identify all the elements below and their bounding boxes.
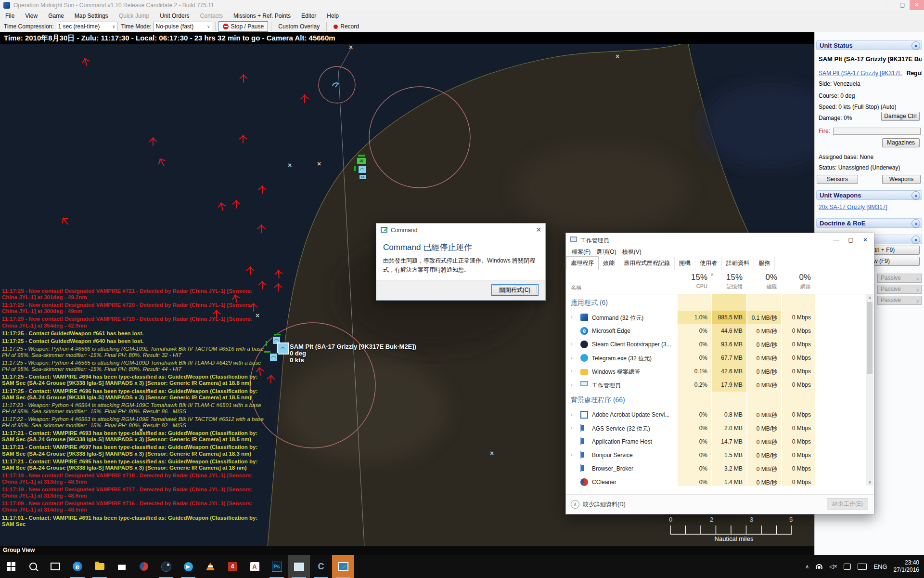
scroll-down-icon[interactable]: ∨: [866, 479, 873, 486]
dialog-titlebar[interactable]: Command ✕: [376, 223, 545, 237]
emitter-icon[interactable]: [357, 158, 366, 164]
menu-unit-orders[interactable]: Unit Orders: [154, 13, 194, 19]
weapons-button[interactable]: Weapons: [882, 175, 921, 184]
unit-weapons-panel-header[interactable]: Unit Weapons «: [816, 190, 922, 200]
minimize-button[interactable]: –: [881, 0, 895, 10]
wifi-icon[interactable]: [816, 564, 822, 569]
start-button[interactable]: [0, 555, 22, 578]
menu-game[interactable]: Game: [43, 13, 69, 19]
process-row[interactable]: › AGS Service (32 位元) 0% 2.0 MB 0 MB/秒 0…: [566, 421, 865, 435]
expand-chevron-icon[interactable]: ›: [571, 452, 573, 458]
menu-contacts[interactable]: Contacts: [195, 13, 228, 19]
magazines-button[interactable]: Magazines: [882, 138, 920, 147]
menu-map-settings[interactable]: Map Settings: [69, 13, 114, 19]
process-row[interactable]: › Telegram.exe (32 位元) 0% 67.7 MB 0 MB/秒…: [566, 351, 865, 365]
unit-link-text[interactable]: SAM Plt (SA-17 Grizzly [9K317E: [819, 70, 902, 77]
taskbar-file-explorer[interactable]: [89, 555, 111, 578]
process-row[interactable]: CCleaner 0% 1.4 MB 0 MB/秒 0 Mbps: [566, 475, 865, 486]
taskbar-acrobat[interactable]: A: [244, 555, 266, 578]
expand-chevron-icon[interactable]: ›: [571, 368, 573, 374]
column-cpu[interactable]: CPU: [677, 283, 707, 289]
column-name[interactable]: 名稱: [571, 284, 581, 291]
process-row[interactable]: › Adobe Acrobat Update Servi... 0% 0.8 M…: [566, 408, 865, 421]
keyboard-icon[interactable]: [858, 564, 867, 570]
emcon-dropdown[interactable]: Passive: [877, 285, 922, 294]
process-row[interactable]: › Windows 檔案總管 0.1% 42.6 MB 0 MB/秒 0 Mbp…: [566, 365, 865, 378]
weapon-link[interactable]: 20x SA-17 Grizzly [9M317]: [819, 204, 887, 210]
task-view-button[interactable]: [44, 555, 66, 578]
expand-chevron-icon[interactable]: ›: [571, 425, 573, 431]
taskbar-command-crashed[interactable]: [332, 555, 354, 578]
maximize-button[interactable]: ▢: [844, 235, 858, 245]
process-row[interactable]: Application Frame Host 0% 14.7 MB 0 MB/秒…: [566, 435, 865, 448]
close-icon[interactable]: ✕: [536, 226, 541, 234]
expand-chevron-icon[interactable]: ›: [571, 381, 573, 387]
unit-status-panel-header[interactable]: Unit Status «: [816, 40, 922, 50]
process-row[interactable]: › Steam Client Bootstrapper (3... 0% 93.…: [566, 338, 865, 351]
tab-startup[interactable]: 開機: [675, 257, 695, 270]
emcon-dropdown[interactable]: Passive: [877, 274, 922, 283]
tab-processes[interactable]: 處理程序: [566, 256, 599, 270]
taskmgr-menu-file[interactable]: 檔案(F): [572, 248, 590, 256]
tab-services[interactable]: 服務: [754, 257, 775, 270]
search-button[interactable]: [22, 555, 44, 578]
column-network[interactable]: 網路: [781, 283, 811, 290]
taskbar-command[interactable]: C: [310, 555, 332, 578]
process-row[interactable]: › 工作管理員 0.2% 17.9 MB 0 MB/秒 0 Mbps: [566, 378, 865, 392]
column-memory[interactable]: 記憶體: [711, 283, 743, 290]
scrollbar[interactable]: ∧ ∨: [866, 294, 873, 486]
expand-chevron-icon[interactable]: ›: [571, 341, 573, 347]
taskmgr-menu-options[interactable]: 選項(O): [596, 248, 616, 256]
process-group-header[interactable]: 應用程式 (6): [566, 294, 865, 311]
record-button[interactable]: Record: [330, 23, 363, 30]
end-task-button[interactable]: 結束工作(E): [827, 498, 868, 510]
tab-details[interactable]: 詳細資料: [722, 257, 754, 270]
damage-ctrl-button[interactable]: Damage Ctrl: [881, 112, 920, 121]
unit-link[interactable]: SAM Plt (SA-17 Grizzly [9K317E Regular: [819, 70, 922, 77]
sensors-button[interactable]: Sensors: [817, 175, 858, 184]
task-manager-window[interactable]: 工作管理員 — ▢ ✕ 檔案(F) 選項(O) 檢視(V) 處理程序 效能 應用…: [565, 233, 874, 514]
close-button[interactable]: ✕: [910, 0, 924, 10]
process-row[interactable]: Browser_Broker 0% 3.2 MB 0 MB/秒 0 Mbps: [566, 462, 865, 475]
scroll-up-icon[interactable]: ∧: [866, 294, 873, 302]
menu-missions-ref-points[interactable]: Missions + Ref. Points: [228, 13, 296, 19]
expand-icon[interactable]: «: [911, 219, 920, 228]
volume-muted-icon[interactable]: ◁×: [829, 563, 837, 570]
expand-chevron-icon[interactable]: ›: [571, 355, 573, 360]
collapse-icon[interactable]: «: [911, 41, 920, 50]
taskbar-vlc[interactable]: [199, 555, 221, 578]
datalink-icon[interactable]: [359, 174, 366, 180]
tab-app-history[interactable]: 應用程式歷程記錄: [619, 257, 675, 270]
menu-quick-jump[interactable]: Quick Jump: [114, 13, 154, 19]
taskbar-task-manager[interactable]: [288, 555, 310, 578]
minimize-button[interactable]: —: [830, 235, 843, 245]
collapse-icon[interactable]: «: [911, 191, 920, 200]
time-mode-select[interactable]: No-pulse (fast) ∨: [154, 22, 212, 31]
taskbar-clock[interactable]: 23:40 27/1/2016: [894, 559, 919, 574]
custom-overlay-button[interactable]: Custom Overlay: [274, 23, 323, 30]
taskbar-store[interactable]: [111, 555, 133, 578]
tab-performance[interactable]: 效能: [599, 257, 619, 270]
maximize-button[interactable]: ▢: [895, 0, 910, 10]
time-compression-select[interactable]: 1 sec (real-time) ∨: [56, 22, 117, 31]
process-row[interactable]: › Command (32 位元) 1.0% 885.5 MB 0.1 MB/秒…: [566, 311, 865, 324]
taskmgr-titlebar[interactable]: 工作管理員 — ▢ ✕: [566, 233, 874, 247]
process-row[interactable]: › Bonjour Service 0% 1.5 MB 0 MB/秒 0 Mbp…: [566, 448, 865, 462]
expand-chevron-icon[interactable]: ›: [571, 411, 573, 417]
collapse-icon[interactable]: «: [911, 236, 920, 244]
stop-pause-button[interactable]: Stop / Pause: [218, 21, 269, 32]
taskmgr-column-header[interactable]: ∧ 名稱 15% CPU 15% 記憶體 0% 磁碟 0% 網路: [566, 270, 874, 294]
taskbar-steam[interactable]: [155, 555, 177, 578]
menu-view[interactable]: View: [20, 13, 43, 19]
tray-chevron-up-icon[interactable]: ∧: [805, 564, 809, 570]
menu-help[interactable]: Help: [321, 13, 344, 19]
process-group-header[interactable]: 背景處理程序 (66): [566, 392, 865, 408]
less-details-button[interactable]: ∧ 較少詳細資料(D): [571, 500, 626, 509]
taskmgr-menu-view[interactable]: 檢視(V): [622, 248, 642, 256]
taskbar-ccleaner[interactable]: [133, 555, 155, 578]
crash-dialog[interactable]: Command ✕ Command 已經停止運作 由於發生問題，導致程式停止正常…: [376, 223, 546, 301]
taskbar-red-app[interactable]: 4: [221, 555, 244, 578]
sam-unit-icon-selected[interactable]: [277, 342, 289, 355]
expand-chevron-icon[interactable]: ›: [571, 314, 573, 320]
menu-file[interactable]: File: [0, 13, 20, 19]
